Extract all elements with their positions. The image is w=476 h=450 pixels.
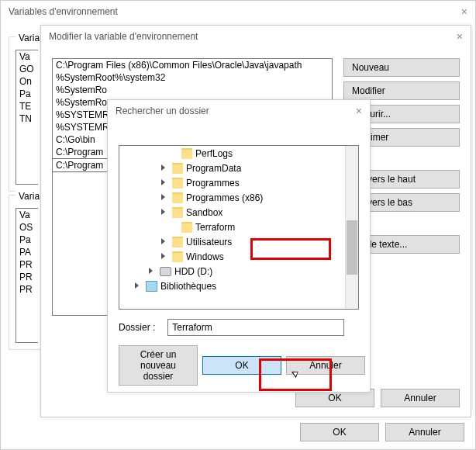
tree-label: Windows — [186, 251, 224, 262]
tree-node[interactable]: Terraform — [119, 220, 358, 234]
envvars-cancel-button[interactable]: Annuler — [385, 423, 464, 441]
folder-icon — [172, 251, 183, 262]
envvars-ok-button[interactable]: OK — [300, 423, 379, 441]
chevron-right-icon[interactable] — [161, 194, 169, 202]
close-icon[interactable]: × — [461, 5, 467, 18]
tree-label: ProgramData — [186, 163, 241, 174]
sys-vars-list[interactable]: VaOSPaPAPRPRPR — [16, 208, 38, 343]
tree-label: Programmes (x86) — [186, 192, 263, 203]
folder-tree[interactable]: PerfLogsProgramDataProgrammesProgrammes … — [119, 145, 359, 310]
tree-label: HDD (D:) — [174, 266, 212, 277]
tree-node[interactable]: ProgramData — [119, 161, 358, 175]
folder-icon — [181, 148, 192, 159]
path-row[interactable]: C:\Program Files (x86)\Common Files\Orac… — [53, 59, 332, 71]
tree-label: Programmes — [186, 178, 240, 189]
tree-node[interactable]: Programmes — [119, 175, 358, 190]
tree-node[interactable]: Bibliothèques — [119, 279, 358, 293]
tree-label: Utilisateurs — [186, 237, 232, 248]
close-icon[interactable]: × — [356, 105, 362, 117]
tree-label: Sandbox — [186, 207, 222, 218]
new-folder-button[interactable]: Créer un nouveau dossier — [119, 345, 198, 386]
tree-label: Bibliothèques — [160, 281, 216, 292]
folder-input[interactable]: Terraform — [167, 319, 344, 336]
browse-ok-button[interactable]: OK — [202, 356, 281, 375]
disk-icon — [160, 267, 171, 276]
folder-icon — [172, 178, 183, 189]
path-row[interactable]: %SystemRo — [53, 84, 332, 96]
tree-node[interactable]: Utilisateurs — [119, 234, 358, 249]
folder-icon — [181, 222, 192, 233]
tree-node[interactable]: PerfLogs — [119, 146, 358, 161]
chevron-right-icon[interactable] — [161, 253, 169, 261]
edit-button[interactable]: Modifier — [343, 81, 460, 100]
folder-icon — [172, 192, 183, 203]
folder-label: Dossier : — [119, 322, 165, 333]
tree-node[interactable]: Windows — [119, 249, 358, 264]
chevron-right-icon[interactable] — [149, 268, 157, 275]
tree-label: Terraform — [195, 222, 235, 233]
chevron-right-icon[interactable] — [161, 209, 169, 216]
tree-node[interactable]: HDD (D:) — [119, 264, 358, 279]
edit-title: Modifier la variable d'environnement — [49, 31, 198, 42]
close-icon[interactable]: × — [457, 30, 463, 43]
envvars-title: Variables d'environnement — [9, 6, 118, 17]
folder-icon — [172, 207, 183, 218]
tree-node[interactable]: Programmes (x86) — [119, 190, 358, 205]
chevron-right-icon[interactable] — [161, 238, 169, 246]
new-button[interactable]: Nouveau — [343, 58, 460, 77]
browse-title: Rechercher un dossier — [116, 106, 209, 116]
chevron-right-icon[interactable] — [161, 179, 169, 187]
scrollbar-thumb[interactable] — [347, 220, 357, 275]
chevron-right-icon[interactable] — [161, 164, 169, 172]
user-vars-list[interactable]: VaGOOnPaTETN — [16, 50, 38, 185]
tree-scrollbar[interactable] — [345, 146, 358, 309]
library-icon — [146, 281, 157, 292]
browse-cancel-button[interactable]: Annuler — [286, 356, 365, 375]
edit-cancel-button[interactable]: Annuler — [381, 389, 460, 407]
tree-label: PerfLogs — [195, 148, 233, 159]
tree-node[interactable]: Sandbox — [119, 205, 358, 220]
folder-icon — [172, 163, 183, 174]
folder-icon — [172, 237, 183, 248]
path-row[interactable]: %SystemRoot%\system32 — [53, 71, 332, 84]
chevron-right-icon[interactable] — [135, 282, 143, 290]
